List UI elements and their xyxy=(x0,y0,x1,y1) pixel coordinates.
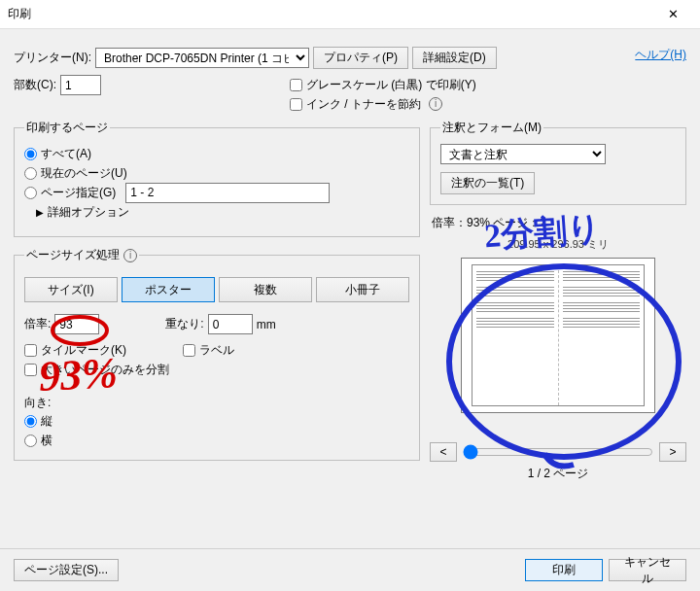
tilemarks-label: タイルマーク(K) xyxy=(41,342,126,359)
range-all-label: すべて(A) xyxy=(41,146,91,162)
forms-group: 注釈とフォーム(M) 文書と注釈 注釈の一覧(T) xyxy=(430,120,686,205)
orient-label: 向き: xyxy=(24,395,409,411)
sizing-legend: ページサイズ処理 xyxy=(26,248,120,261)
tab-booklet[interactable]: 小冊子 xyxy=(316,277,409,302)
prev-page-button[interactable]: < xyxy=(430,442,457,462)
tab-multiple[interactable]: 複数 xyxy=(219,277,312,302)
overlap-label: 重なり: xyxy=(165,316,203,332)
scale-label: 倍率: xyxy=(24,316,51,332)
forms-legend: 注釈とフォーム(M) xyxy=(440,120,543,136)
advanced-button[interactable]: 詳細設定(D) xyxy=(412,47,497,69)
grayscale-check[interactable] xyxy=(290,79,302,91)
window-title: 印刷 xyxy=(8,6,653,22)
copies-label: 部数(C): xyxy=(14,77,56,93)
large-only-check[interactable] xyxy=(24,364,37,376)
orient-portrait-label: 縦 xyxy=(41,413,52,430)
tab-poster[interactable]: ポスター xyxy=(122,277,215,302)
overlap-unit: mm xyxy=(257,318,276,331)
range-current-label: 現在のページ(U) xyxy=(41,165,127,182)
printer-select[interactable]: Brother DCP-7065DN Printer (1 コピー) xyxy=(95,48,309,68)
orient-landscape-radio[interactable] xyxy=(24,435,37,447)
preview-dimensions: 209.95 x 296.93 ミリ xyxy=(430,237,686,252)
properties-button[interactable]: プロパティ(P) xyxy=(313,47,408,69)
printer-label: プリンター(N): xyxy=(14,50,91,66)
copies-input[interactable] xyxy=(60,75,101,95)
orient-portrait-radio[interactable] xyxy=(24,415,37,428)
forms-select[interactable]: 文書と注釈 xyxy=(440,144,606,164)
tilemarks-check[interactable] xyxy=(24,344,37,357)
range-more[interactable]: 詳細オプション xyxy=(48,204,129,221)
cancel-button[interactable]: キャンセル xyxy=(609,559,686,581)
range-legend: 印刷するページ xyxy=(24,120,110,136)
info-icon: i xyxy=(123,249,137,262)
preview-area xyxy=(461,258,655,413)
scale-line: 倍率：93% ページ：2 xyxy=(432,215,686,231)
tab-size[interactable]: サイズ(I) xyxy=(24,277,118,302)
annot-list-button[interactable]: 注釈の一覧(T) xyxy=(440,172,535,194)
range-all-radio[interactable] xyxy=(24,148,37,160)
help-link[interactable]: ヘルプ(H) xyxy=(635,47,686,63)
large-only-label: 大きいページのみを分割 xyxy=(41,362,169,378)
page-setup-button[interactable]: ページ設定(S)... xyxy=(14,559,119,581)
grayscale-label: グレースケール (白黒) で印刷(Y) xyxy=(306,77,476,93)
page-slider[interactable] xyxy=(463,444,653,460)
labels-check[interactable] xyxy=(183,344,195,357)
range-pages-label: ページ指定(G) xyxy=(41,185,116,201)
range-pages-radio[interactable] xyxy=(24,187,37,199)
sizing-group: ページサイズ処理i サイズ(I) ポスター 複数 小冊子 倍率: 重なり: mm… xyxy=(14,247,420,461)
range-group: 印刷するページ すべて(A) 現在のページ(U) ページ指定(G) ▶ 詳細オプ… xyxy=(14,120,420,237)
save-ink-check[interactable] xyxy=(290,98,302,111)
next-page-button[interactable]: > xyxy=(659,442,686,462)
page-nav-label: 1 / 2 ページ xyxy=(430,466,686,482)
triangle-icon: ▶ xyxy=(36,207,44,218)
orient-landscape-label: 横 xyxy=(41,433,52,449)
overlap-input[interactable] xyxy=(208,314,253,334)
range-current-radio[interactable] xyxy=(24,167,37,180)
info-icon: i xyxy=(429,97,442,111)
print-button[interactable]: 印刷 xyxy=(525,559,603,581)
scale-input[interactable] xyxy=(54,314,99,334)
save-ink-label: インク / トナーを節約 xyxy=(306,96,421,113)
labels-label: ラベル xyxy=(199,342,234,359)
range-pages-input[interactable] xyxy=(125,183,330,203)
close-icon[interactable]: ✕ xyxy=(653,1,692,28)
